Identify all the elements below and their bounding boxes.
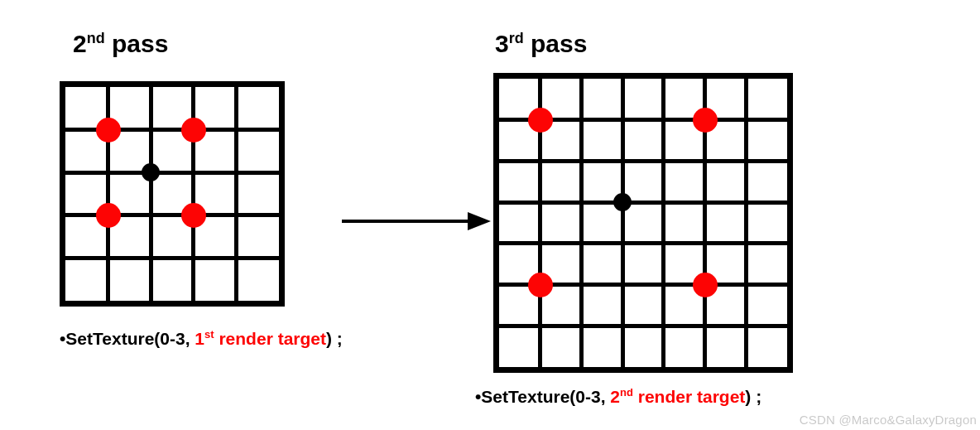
caption-prefix: •SetTexture(0-3, [475, 387, 610, 406]
caption-num: 1 [195, 329, 204, 348]
caption-suffix: ) ; [326, 329, 343, 348]
panel-2nd-pass: 2nd pass •SetTexture(0-3, 1st render tar… [60, 30, 343, 349]
grid-line-vertical [149, 87, 153, 301]
title-word: pass [105, 30, 169, 57]
title-num: 2 [73, 30, 87, 57]
caption-sup: nd [620, 386, 633, 399]
sample-point-red [181, 118, 206, 143]
grid-7x7 [493, 73, 793, 373]
sample-point-red [96, 203, 121, 228]
caption-sup: st [204, 328, 214, 341]
sample-point-red [528, 273, 553, 297]
title-3rd-pass: 3rd pass [495, 30, 793, 58]
caption-num: 2 [610, 387, 620, 406]
grid-line-horizontal [65, 171, 279, 175]
caption-prefix: •SetTexture(0-3, [60, 329, 195, 348]
grid-line-vertical [234, 87, 238, 301]
caption-right: •SetTexture(0-3, 2nd render target) ; [475, 386, 793, 407]
arrow-head-icon [468, 212, 491, 230]
title-num: 3 [495, 30, 509, 57]
watermark: CSDN @Marco&GalaxyDragon [800, 413, 977, 427]
grid-line-horizontal [65, 256, 279, 260]
sample-point-red [693, 108, 718, 133]
sample-point-red [693, 273, 718, 297]
sample-point-red [96, 118, 121, 143]
arrow-shaft [342, 220, 471, 223]
title-word: pass [524, 30, 588, 57]
arrow-right [342, 212, 491, 230]
caption-suffix: ) ; [745, 387, 761, 406]
caption-left: •SetTexture(0-3, 1st render target) ; [60, 328, 343, 349]
title-2nd-pass: 2nd pass [73, 30, 343, 58]
grid-line-horizontal [499, 324, 787, 328]
sample-point-red [528, 108, 553, 133]
center-point [613, 193, 632, 211]
sample-point-red [181, 203, 206, 228]
caption-red-post: render target [633, 387, 745, 406]
grid-5x5 [60, 81, 285, 307]
caption-red-post: render target [214, 329, 326, 348]
title-sup: rd [509, 30, 524, 46]
title-sup: nd [87, 30, 105, 46]
center-point [142, 163, 160, 181]
panel-3rd-pass: 3rd pass •SetTexture(0-3, 2nd render tar… [493, 30, 793, 407]
